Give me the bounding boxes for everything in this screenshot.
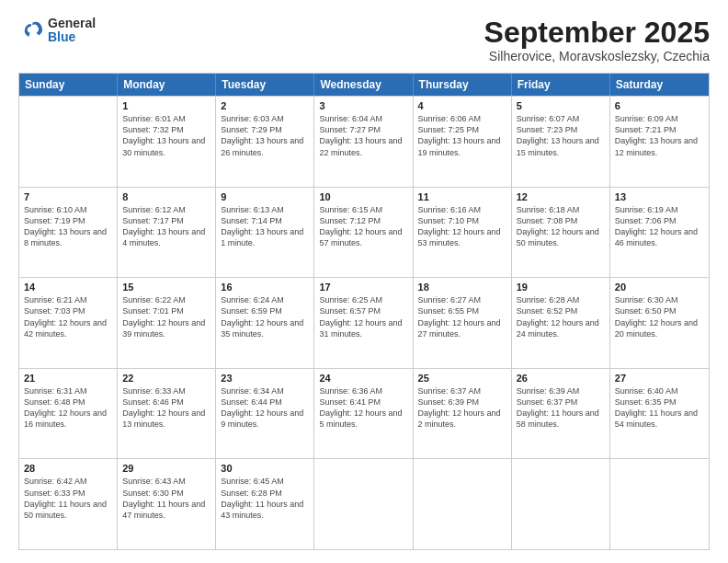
cell-day-number: 24 [319,373,407,384]
cell-info: Sunrise: 6:06 AMSunset: 7:25 PMDaylight:… [418,113,506,158]
cell-day-number: 12 [517,191,605,202]
cell-day-number: 13 [615,191,704,202]
cal-cell: 9Sunrise: 6:13 AMSunset: 7:14 PMDaylight… [216,188,314,278]
cal-cell: 19Sunrise: 6:28 AMSunset: 6:52 PMDayligh… [512,278,610,368]
cell-info: Sunrise: 6:22 AMSunset: 7:01 PMDaylight:… [122,294,210,339]
cell-day-number: 21 [24,373,112,384]
cell-info: Sunrise: 6:36 AMSunset: 6:41 PMDaylight:… [319,385,407,431]
header-day-sunday: Sunday [19,74,118,96]
page: General Blue September 2025 Silherovice,… [0,0,728,563]
cell-day-number: 5 [517,100,605,111]
cal-cell: 21Sunrise: 6:31 AMSunset: 6:48 PMDayligh… [19,369,118,459]
cal-cell [610,459,709,549]
cell-info: Sunrise: 6:03 AMSunset: 7:29 PMDaylight:… [221,113,309,158]
cal-cell: 4Sunrise: 6:06 AMSunset: 7:25 PMDaylight… [414,97,512,187]
cell-day-number: 18 [418,282,506,293]
cal-cell: 16Sunrise: 6:24 AMSunset: 6:59 PMDayligh… [216,278,314,368]
cell-day-number: 25 [418,373,506,384]
cell-day-number: 16 [221,282,309,293]
cell-info: Sunrise: 6:33 AMSunset: 6:46 PMDaylight:… [122,385,210,431]
cell-day-number: 20 [615,282,704,293]
cell-day-number: 6 [615,100,704,111]
cell-day-number: 9 [221,191,309,202]
cal-cell: 18Sunrise: 6:27 AMSunset: 6:55 PMDayligh… [414,278,512,368]
logo-blue: Blue [48,30,96,44]
cal-cell: 14Sunrise: 6:21 AMSunset: 7:03 PMDayligh… [19,278,118,368]
calendar-header-row: SundayMondayTuesdayWednesdayThursdayFrid… [19,74,709,96]
cal-cell: 11Sunrise: 6:16 AMSunset: 7:10 PMDayligh… [414,188,512,278]
header-day-friday: Friday [512,74,610,96]
cell-day-number: 19 [517,282,605,293]
cell-info: Sunrise: 6:12 AMSunset: 7:17 PMDaylight:… [122,204,210,249]
logo-text: General Blue [48,17,96,45]
cell-info: Sunrise: 6:34 AMSunset: 6:44 PMDaylight:… [221,385,309,431]
cal-cell: 10Sunrise: 6:15 AMSunset: 7:12 PMDayligh… [314,188,413,278]
cell-info: Sunrise: 6:09 AMSunset: 7:21 PMDaylight:… [615,113,704,158]
cal-cell: 26Sunrise: 6:39 AMSunset: 6:37 PMDayligh… [512,369,610,459]
cal-cell: 7Sunrise: 6:10 AMSunset: 7:19 PMDaylight… [19,188,118,278]
calendar: SundayMondayTuesdayWednesdayThursdayFrid… [18,73,710,550]
cell-day-number: 17 [319,282,407,293]
cal-cell: 29Sunrise: 6:43 AMSunset: 6:30 PMDayligh… [118,459,216,549]
cell-day-number: 28 [24,463,112,474]
logo-general: General [48,17,96,30]
cell-info: Sunrise: 6:28 AMSunset: 6:52 PMDaylight:… [517,294,605,339]
cell-info: Sunrise: 6:16 AMSunset: 7:10 PMDaylight:… [418,204,506,249]
cell-info: Sunrise: 6:21 AMSunset: 7:03 PMDaylight:… [24,294,112,339]
cell-day-number: 14 [24,282,112,293]
cal-cell: 15Sunrise: 6:22 AMSunset: 7:01 PMDayligh… [118,278,216,368]
cal-cell: 25Sunrise: 6:37 AMSunset: 6:39 PMDayligh… [414,369,512,459]
cell-info: Sunrise: 6:18 AMSunset: 7:08 PMDaylight:… [517,204,605,249]
cal-cell: 6Sunrise: 6:09 AMSunset: 7:21 PMDaylight… [610,97,709,187]
cell-day-number: 27 [615,373,704,384]
cell-day-number: 10 [319,191,407,202]
cell-info: Sunrise: 6:27 AMSunset: 6:55 PMDaylight:… [418,294,506,339]
cell-day-number: 1 [122,100,210,111]
cell-day-number: 3 [319,100,407,111]
cell-day-number: 29 [122,463,210,474]
cell-info: Sunrise: 6:19 AMSunset: 7:06 PMDaylight:… [615,204,704,249]
cal-cell: 2Sunrise: 6:03 AMSunset: 7:29 PMDaylight… [216,97,314,187]
cal-cell: 13Sunrise: 6:19 AMSunset: 7:06 PMDayligh… [610,188,709,278]
month-title: September 2025 [484,17,710,49]
calendar-row-2: 7Sunrise: 6:10 AMSunset: 7:19 PMDaylight… [19,187,709,278]
cal-cell [414,459,512,549]
cell-info: Sunrise: 6:15 AMSunset: 7:12 PMDaylight:… [319,204,407,249]
cell-info: Sunrise: 6:42 AMSunset: 6:33 PMDaylight:… [24,476,112,521]
calendar-row-4: 21Sunrise: 6:31 AMSunset: 6:48 PMDayligh… [19,368,709,459]
header-day-saturday: Saturday [610,74,709,96]
cell-day-number: 23 [221,373,309,384]
cell-day-number: 22 [122,373,210,384]
cal-cell [19,97,118,187]
cell-info: Sunrise: 6:39 AMSunset: 6:37 PMDaylight:… [517,385,605,431]
cal-cell: 3Sunrise: 6:04 AMSunset: 7:27 PMDaylight… [314,97,413,187]
cell-day-number: 7 [24,191,112,202]
cal-cell: 17Sunrise: 6:25 AMSunset: 6:57 PMDayligh… [314,278,413,368]
cal-cell: 28Sunrise: 6:42 AMSunset: 6:33 PMDayligh… [19,459,118,549]
cell-info: Sunrise: 6:10 AMSunset: 7:19 PMDaylight:… [24,204,112,249]
cell-day-number: 26 [517,373,605,384]
calendar-body: 1Sunrise: 6:01 AMSunset: 7:32 PMDaylight… [19,96,709,549]
cell-info: Sunrise: 6:04 AMSunset: 7:27 PMDaylight:… [319,113,407,158]
logo: General Blue [18,17,96,45]
cal-cell: 24Sunrise: 6:36 AMSunset: 6:41 PMDayligh… [314,369,413,459]
cell-day-number: 30 [221,463,309,474]
cell-info: Sunrise: 6:07 AMSunset: 7:23 PMDaylight:… [517,113,605,158]
cell-info: Sunrise: 6:37 AMSunset: 6:39 PMDaylight:… [418,385,506,431]
cell-day-number: 8 [122,191,210,202]
cal-cell: 8Sunrise: 6:12 AMSunset: 7:17 PMDaylight… [118,188,216,278]
cell-day-number: 2 [221,100,309,111]
header: General Blue September 2025 Silherovice,… [18,17,710,63]
cell-day-number: 11 [418,191,506,202]
logo-icon [18,17,44,43]
cal-cell: 12Sunrise: 6:18 AMSunset: 7:08 PMDayligh… [512,188,610,278]
cal-cell [314,459,413,549]
cell-info: Sunrise: 6:25 AMSunset: 6:57 PMDaylight:… [319,294,407,339]
cell-info: Sunrise: 6:13 AMSunset: 7:14 PMDaylight:… [221,204,309,249]
calendar-row-3: 14Sunrise: 6:21 AMSunset: 7:03 PMDayligh… [19,277,709,368]
title-block: September 2025 Silherovice, Moravskoslez… [484,17,710,63]
cell-info: Sunrise: 6:31 AMSunset: 6:48 PMDaylight:… [24,385,112,431]
cal-cell: 27Sunrise: 6:40 AMSunset: 6:35 PMDayligh… [610,369,709,459]
cal-cell: 23Sunrise: 6:34 AMSunset: 6:44 PMDayligh… [216,369,314,459]
cell-info: Sunrise: 6:45 AMSunset: 6:28 PMDaylight:… [221,476,309,521]
